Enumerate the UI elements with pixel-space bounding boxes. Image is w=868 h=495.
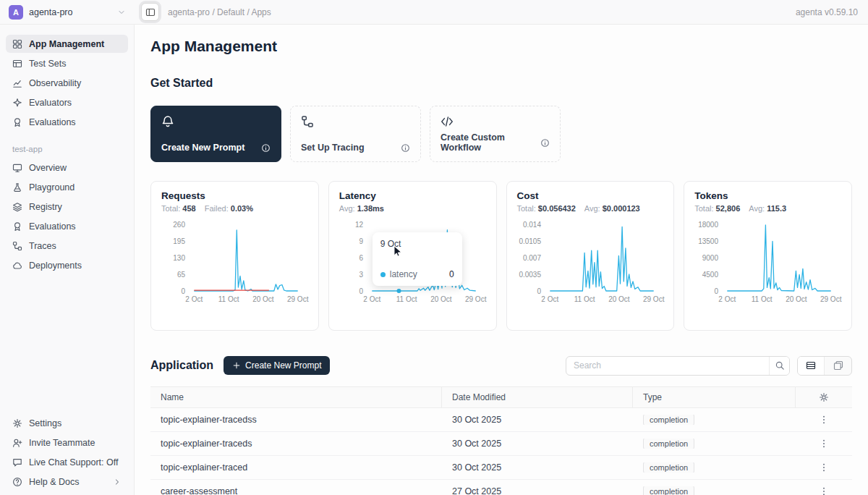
chart-requests: 0651301952602 Oct11 Oct20 Oct29 Oct [161,220,310,305]
app-type: completion [633,415,796,425]
type-badge: completion [643,462,694,473]
card-view-icon [833,360,843,371]
search-icon [775,360,785,371]
sidebar-item-label: Evaluators [29,98,72,108]
svg-text:12: 12 [355,221,364,229]
sidebar-item-overview[interactable]: Overview [6,158,128,177]
get-started-card-set-up-tracing[interactable]: Set Up Tracing [290,106,421,162]
code-icon [441,115,454,128]
gear-icon[interactable] [819,392,829,402]
help-icon [12,477,22,487]
dots-vertical-icon[interactable] [819,462,829,473]
sidebar-item-playground[interactable]: Playground [6,178,128,196]
deployments-icon [12,261,22,271]
svg-text:0: 0 [537,287,541,295]
svg-text:20 Oct: 20 Oct [608,295,630,303]
table-row[interactable]: topic-explainer-traceds 30 Oct 2025 comp… [150,432,852,456]
search-input[interactable] [566,357,769,375]
sidebar-item-label: Traces [29,241,56,251]
page-title: App Management [150,38,852,55]
svg-text:0.007: 0.007 [522,254,540,262]
table-row[interactable]: topic-explainer-tracedss 30 Oct 2025 com… [150,408,852,432]
search-button[interactable] [769,357,789,375]
stat-subtitle: Total: 458Failed: 0.03% [161,204,308,213]
dots-vertical-icon[interactable] [819,486,829,495]
svg-text:11 Oct: 11 Oct [574,295,595,303]
table-row[interactable]: topic-explainer-traced 30 Oct 2025 compl… [150,456,852,480]
svg-text:3: 3 [359,271,363,279]
table-row[interactable]: career-assessment 27 Oct 2025 completion [150,480,852,495]
svg-text:9: 9 [359,237,363,245]
sidebar-item-settings[interactable]: Settings [6,414,128,432]
app-date-modified: 30 Oct 2025 [442,462,633,473]
svg-text:29 Oct: 29 Oct [465,295,487,303]
get-started-card-create-new-prompt[interactable]: Create New Prompt [150,106,281,162]
sidebar-item-deployments[interactable]: Deployments [6,256,128,274]
app-date-modified: 30 Oct 2025 [442,415,633,425]
svg-text:0: 0 [359,287,363,295]
row-actions [796,462,852,473]
sidebar-item-traces[interactable]: Traces [6,237,128,255]
stat-title: Tokens [694,190,841,201]
sidebar-item-label: Invite Teammate [29,438,95,448]
svg-text:29 Oct: 29 Oct [820,295,842,303]
svg-text:20 Oct: 20 Oct [786,295,807,303]
chart-tooltip: 9 Oct latency 0 [373,232,462,286]
sidebar-item-app-management[interactable]: App Management [6,35,128,53]
table-view-icon [806,360,816,371]
stat-subtitle: Total: 52,806Avg: 115.3 [694,204,841,213]
evaluations-icon [12,117,22,127]
workspace-selector[interactable]: A agenta-pro [0,5,135,20]
registry-icon [12,202,22,212]
sidebar-item-help-docs[interactable]: Help & Docs [6,473,128,491]
table-view-button[interactable] [798,357,825,375]
sidebar-toggle-icon [145,7,156,17]
create-new-prompt-button[interactable]: Create New Prompt [224,356,330,375]
app-name: topic-explainer-traceds [150,439,442,449]
column-header-date-modified[interactable]: Date Modified [442,387,633,407]
card-view-button[interactable] [825,357,851,375]
dots-vertical-icon[interactable] [819,439,829,449]
chart-tokens: 04500900013500180002 Oct11 Oct20 Oct29 O… [694,220,843,305]
sidebar-item-label: Test Sets [29,59,66,69]
application-header: Application Create New Prompt [150,355,852,376]
application-title: Application [150,359,213,372]
row-actions [796,439,852,449]
sidebar-item-label: Evaluations [29,117,76,127]
observability-icon [12,78,22,88]
chart-cost: 00.00350.0070.01050.0142 Oct11 Oct20 Oct… [517,220,666,305]
chat-icon [12,457,22,468]
sidebar-item-test-sets[interactable]: Test Sets [6,54,128,72]
svg-text:0: 0 [715,287,719,295]
topbar: A agenta-pro agenta-pro / Default / Apps… [0,0,868,25]
dots-vertical-icon[interactable] [819,415,829,425]
type-badge: completion [643,415,694,425]
sidebar-item-invite-teammate[interactable]: Invite Teammate [6,433,128,452]
sidebar-item-label: Settings [29,418,61,428]
stat-card-cost: Cost Total: $0.056432Avg: $0.00012300.00… [506,181,675,331]
svg-text:4500: 4500 [702,271,719,279]
column-header-name[interactable]: Name [150,387,442,407]
sidebar-item-observability[interactable]: Observability [6,74,128,92]
sidebar-item-label: Overview [29,163,67,173]
get-started-card-create-custom-workflow[interactable]: Create Custom Workflow [430,106,561,162]
tracing-icon [301,115,314,128]
sidebar-item-evaluations[interactable]: Evaluations [6,217,128,235]
sidebar-footer-nav: Settings Invite Teammate Live Chat Suppo… [0,412,134,492]
row-actions [796,486,852,495]
chevron-right-icon [113,478,122,486]
type-badge: completion [643,439,694,449]
stat-title: Cost [517,190,664,201]
svg-text:0: 0 [181,287,185,295]
sidebar-item-registry[interactable]: Registry [6,198,128,216]
gear-icon [12,418,22,428]
apps-table: NameDate ModifiedType topic-explainer-tr… [150,386,852,495]
row-actions [796,415,852,425]
info-circle-icon [540,138,550,148]
sidebar-item-evaluators[interactable]: Evaluators [6,93,128,111]
grid-icon [12,39,22,49]
sidebar-item-live-chat-support-off[interactable]: Live Chat Support: Off [6,453,128,471]
sidebar-item-evaluations[interactable]: Evaluations [6,113,128,131]
column-header-type[interactable]: Type [633,387,796,407]
sidebar-toggle-button[interactable] [141,3,159,21]
